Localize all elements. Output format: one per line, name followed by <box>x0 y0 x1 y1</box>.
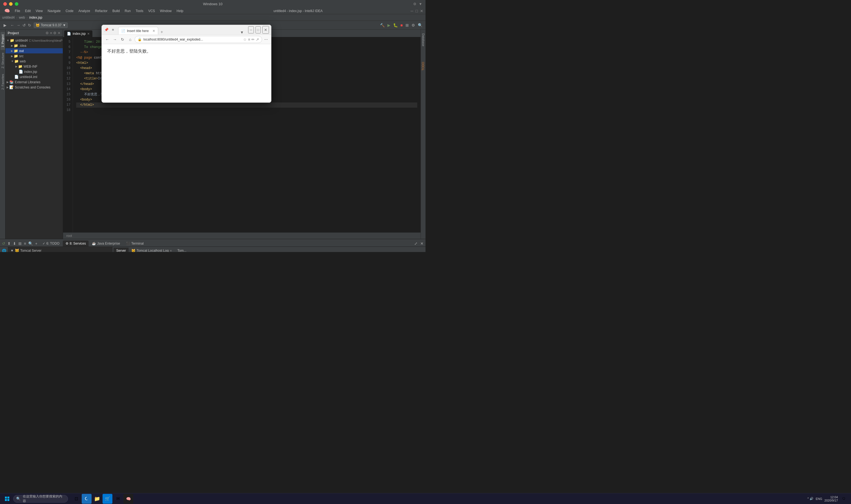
browser-more-btn[interactable]: ··· <box>263 37 269 42</box>
minimize-button[interactable] <box>9 2 13 6</box>
browser-forward-btn[interactable]: → <box>111 36 118 43</box>
menu-file[interactable]: File <box>13 8 22 14</box>
notes-icon[interactable]: ✏ <box>251 37 255 42</box>
rerun-btn[interactable]: ↻ <box>27 22 32 28</box>
tree-item-webinf[interactable]: ▶ 📁 WEB-INF <box>5 64 63 69</box>
sort-icon[interactable]: ≡ <box>50 31 52 35</box>
debug-btn[interactable]: 🐛 <box>392 22 399 28</box>
close-panel-btn[interactable]: ✕ <box>419 240 424 247</box>
breadcrumb-file[interactable]: index.jsp <box>29 16 42 19</box>
log-close-icon[interactable]: ✕ <box>170 249 172 252</box>
win-restore[interactable]: □ <box>416 9 418 13</box>
todo-right-tab[interactable]: TODO <box>421 60 425 72</box>
browser-active-tab[interactable]: 📄 Insert title here ✕ <box>118 27 158 35</box>
win-close[interactable]: ✕ <box>420 9 423 13</box>
tab-services[interactable]: ⚙ 8: Services <box>63 240 89 247</box>
tree-item-scratches[interactable]: ▶ 📝 Scratches and Consoles <box>5 85 63 90</box>
tab-index-jsp[interactable]: 📄 index.jsp ✕ <box>64 31 92 37</box>
menu-run[interactable]: Run <box>123 8 133 14</box>
browser-close-btn[interactable]: ✕ <box>262 26 269 34</box>
maximize-button[interactable] <box>15 2 18 6</box>
layout-btn[interactable]: ⊞ <box>405 22 410 28</box>
server-tab-tom[interactable]: Tom... <box>175 248 189 252</box>
services-tomcat-server[interactable]: ▼ 🐱 Tomcat Server <box>8 248 112 252</box>
sidebar-tab-structure[interactable]: Z: Structure <box>1 50 5 71</box>
tree-item-iml[interactable]: 📄 untitled4.iml <box>5 74 63 79</box>
browser-back-btn[interactable]: ← <box>104 36 110 43</box>
restart-btn[interactable]: ↺ <box>1 240 6 247</box>
forward-btn[interactable]: → <box>16 22 21 28</box>
server-tab-server[interactable]: Server <box>114 248 128 252</box>
tomcat-selector[interactable]: 🐱 Tomcat 9.0.37 ▼ <box>34 22 68 28</box>
win-minimize[interactable]: ─ <box>411 9 414 13</box>
web-icon[interactable]: 🌐 <box>1 248 7 252</box>
menu-view[interactable]: View <box>33 8 45 14</box>
browser-minimize-btn[interactable]: ─ <box>248 26 254 33</box>
browser-maximize-btn[interactable]: □ <box>256 26 261 33</box>
server-tab-log[interactable]: 🐱 Tomcat Localhost Log ✕ <box>128 248 175 252</box>
browser-home-btn[interactable]: ⌂ <box>127 36 134 43</box>
tree-item-root[interactable]: ▼ 📁 untitled4 C:\Users\baolirong\IdeaPro… <box>5 38 63 43</box>
right-sidebar: Database TODO <box>420 30 426 239</box>
scroll-down-btn[interactable]: ⬇ <box>12 240 17 247</box>
breadcrumb-project[interactable]: untitled4 <box>2 16 15 19</box>
tree-item-out[interactable]: ▶ 📁 out <box>5 48 63 53</box>
sidebar-tab-favorites[interactable]: 2: Favorites <box>1 71 5 92</box>
browser-address-bar[interactable]: 🔒 localhost:8080/untitled4_war_exploded.… <box>135 36 262 43</box>
expand-panel-btn[interactable]: ⤢ <box>414 240 418 247</box>
reading-list-icon[interactable]: ≡ <box>248 37 250 42</box>
menu-analyze[interactable]: Analyze <box>76 8 92 14</box>
menu-navigate[interactable]: Navigate <box>46 8 63 14</box>
tree-item-src[interactable]: ▶ 📁 src <box>5 53 63 59</box>
window-controls[interactable] <box>3 2 18 6</box>
browser-content: 不好意思，登陆失败。 <box>102 44 271 103</box>
settings-toolbar-icon[interactable]: ⚙ <box>411 22 416 28</box>
menu-window[interactable]: Window <box>158 8 174 14</box>
browser-tab-close[interactable]: ✕ <box>153 29 155 33</box>
database-tab[interactable]: Database <box>421 32 426 48</box>
menu-code[interactable]: Code <box>63 8 76 14</box>
browser-pin-icon[interactable]: 📌 <box>104 28 109 32</box>
close-panel-icon[interactable]: ✕ <box>57 31 60 35</box>
close-button[interactable] <box>3 2 7 6</box>
settings-icon[interactable]: ⚙ <box>53 31 56 35</box>
tree-item-external-libs[interactable]: ▶ 📚 External Libraries <box>5 79 63 85</box>
dropdown-icon[interactable]: ▼ <box>419 2 422 6</box>
breadcrumb-web[interactable]: web <box>19 16 25 19</box>
menu-tools[interactable]: Tools <box>134 8 145 14</box>
search-bottom-btn[interactable]: 🔍 <box>28 240 34 247</box>
settings-icon[interactable]: ⚙ <box>413 2 416 6</box>
menu-build[interactable]: Build <box>110 8 122 14</box>
tree-item-web[interactable]: ▼ 📁 web <box>5 59 63 64</box>
tree-item-indexjsp[interactable]: 📄 index.jsp <box>5 69 63 74</box>
sidebar-tab-project[interactable]: 1: Project <box>1 32 5 50</box>
bookmark-icon[interactable]: ☆ <box>243 37 247 42</box>
browser-refresh-btn[interactable]: ↻ <box>119 36 126 43</box>
file-icon: 📄 <box>19 70 23 74</box>
tree-item-idea[interactable]: ▶ 📁 .idea <box>5 43 63 48</box>
menu-refactor[interactable]: Refactor <box>93 8 110 14</box>
filter-btn[interactable]: ≡ <box>23 240 27 247</box>
menu-vcs[interactable]: VCS <box>146 8 157 14</box>
tab-java-enterprise[interactable]: ☕ Java Enterprise <box>89 240 123 247</box>
search-toolbar-icon[interactable]: 🔍 <box>417 22 423 28</box>
new-tab-button[interactable]: + <box>159 30 164 35</box>
menu-edit[interactable]: Edit <box>23 8 33 14</box>
tab-terminal[interactable]: ⬛ Terminal <box>123 240 146 247</box>
tab-todo[interactable]: ✓ 6: TODO <box>40 240 62 247</box>
build-btn[interactable]: 🔨 <box>379 22 385 28</box>
share-icon[interactable]: ↗ <box>256 37 259 42</box>
gear-icon[interactable]: ⚙ <box>46 31 49 35</box>
layout-bottom-btn[interactable]: ⊞ <box>18 240 22 247</box>
tab-close-icon[interactable]: ✕ <box>87 32 90 36</box>
tab-dropdown-icon[interactable]: ▼ <box>238 30 245 35</box>
run-btn[interactable]: ▶ <box>386 22 391 28</box>
run-toolbar-btn[interactable]: ▶ <box>2 22 8 28</box>
menu-help[interactable]: Help <box>174 8 186 14</box>
stop-btn[interactable]: ■ <box>400 22 403 28</box>
refresh-btn[interactable]: ↺ <box>22 22 27 28</box>
browser-setting-icon[interactable]: ≡ <box>110 28 116 32</box>
back-btn[interactable]: ← <box>10 22 15 28</box>
scroll-up-btn[interactable]: ⬆ <box>6 240 12 247</box>
add-btn[interactable]: + <box>34 240 38 247</box>
